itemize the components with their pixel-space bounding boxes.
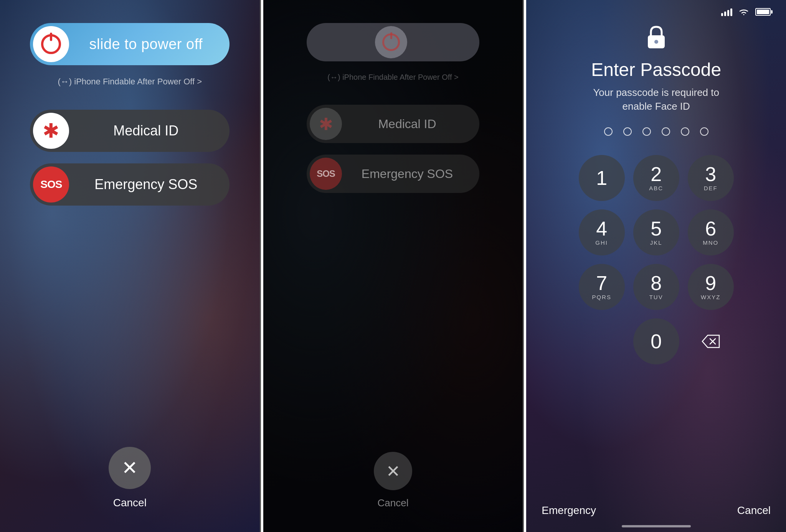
battery-fill xyxy=(757,10,769,14)
power-off-slider[interactable]: slide to power off xyxy=(30,23,230,65)
key-5[interactable]: 5 JKL xyxy=(633,209,679,255)
power-off-slider-dim[interactable] xyxy=(307,23,479,61)
medical-id-button[interactable]: ✱ Medical ID xyxy=(30,110,230,152)
signal-bar-4 xyxy=(730,8,732,16)
delete-icon xyxy=(701,334,721,349)
medical-id-icon-dim: ✱ xyxy=(310,108,342,140)
separator-2 xyxy=(524,0,526,532)
cancel-button-passcode[interactable]: Cancel xyxy=(737,504,771,517)
passcode-dots xyxy=(604,127,708,136)
power-thumb xyxy=(33,26,69,62)
cancel-button[interactable]: ✕ xyxy=(109,447,151,489)
asterisk-icon-dim: ✱ xyxy=(319,114,333,134)
panel-power-off-dark: (↔) iPhone Findable After Power Off > ✱ … xyxy=(263,0,524,532)
key-7[interactable]: 7 PQRS xyxy=(579,264,625,310)
battery-icon xyxy=(755,8,771,16)
panel-power-off-bright: slide to power off (↔) iPhone Findable A… xyxy=(0,0,261,532)
status-bar xyxy=(526,0,786,16)
cancel-area: ✕ Cancel xyxy=(109,447,151,509)
action-buttons: ✱ Medical ID SOS Emergency SOS xyxy=(30,110,230,206)
emergency-sos-button[interactable]: SOS Emergency SOS xyxy=(30,163,230,206)
slide-to-power-off-text: slide to power off xyxy=(69,36,226,53)
power-thumb-dim xyxy=(375,26,407,58)
medical-id-button-dim[interactable]: ✱ Medical ID xyxy=(307,105,479,143)
keypad: 1 2 ABC 3 DEF 4 GHI 5 JKL 6 MNO xyxy=(579,155,734,364)
passcode-dot-2 xyxy=(623,127,632,136)
sos-icon-dim: SOS xyxy=(310,158,342,190)
key-3[interactable]: 3 DEF xyxy=(688,155,734,201)
emergency-sos-label: Emergency SOS xyxy=(69,176,226,193)
signal-bar-1 xyxy=(721,13,723,16)
enter-passcode-title: Enter Passcode xyxy=(591,59,721,80)
separator-1 xyxy=(261,0,263,532)
key-0[interactable]: 0 xyxy=(633,318,679,364)
sos-icon: SOS xyxy=(33,166,69,203)
passcode-dot-5 xyxy=(681,127,689,136)
passcode-bottom-bar: Emergency Cancel xyxy=(526,504,786,517)
lock-icon-container xyxy=(645,24,668,53)
wifi-icon xyxy=(738,8,749,16)
passcode-dot-1 xyxy=(604,127,613,136)
signal-bars xyxy=(721,8,732,16)
emergency-button[interactable]: Emergency xyxy=(542,504,596,517)
key-4[interactable]: 4 GHI xyxy=(579,209,625,255)
emergency-sos-button-dim[interactable]: SOS Emergency SOS xyxy=(307,155,479,193)
key-delete[interactable] xyxy=(688,318,734,364)
medical-id-icon: ✱ xyxy=(33,113,69,149)
panel-passcode: Enter Passcode Your passcode is required… xyxy=(526,0,786,532)
svg-point-1 xyxy=(654,40,658,44)
passcode-dot-4 xyxy=(662,127,670,136)
passcode-subtitle: Your passcode is required to enable Face… xyxy=(591,86,722,114)
passcode-dot-6 xyxy=(700,127,708,136)
findable-text-dim: (↔) iPhone Findable After Power Off > xyxy=(327,73,458,82)
sos-text: SOS xyxy=(40,178,62,191)
key-empty-left xyxy=(579,318,625,364)
passcode-dot-3 xyxy=(642,127,651,136)
home-indicator xyxy=(622,525,691,527)
key-6[interactable]: 6 MNO xyxy=(688,209,734,255)
asterisk-icon: ✱ xyxy=(43,119,59,142)
lock-icon xyxy=(645,24,668,51)
signal-bar-3 xyxy=(727,10,729,16)
power-icon-dim xyxy=(382,33,400,51)
cancel-button-dim[interactable]: ✕ xyxy=(374,452,412,490)
key-9[interactable]: 9 WXYZ xyxy=(688,264,734,310)
signal-bar-2 xyxy=(724,12,726,16)
key-8[interactable]: 8 TUV xyxy=(633,264,679,310)
cancel-area-dim: ✕ Cancel xyxy=(374,421,412,509)
key-1[interactable]: 1 xyxy=(579,155,625,201)
key-2[interactable]: 2 ABC xyxy=(633,155,679,201)
findable-after-power-off: (↔) iPhone Findable After Power Off > xyxy=(58,77,202,87)
sos-text-dim: SOS xyxy=(317,168,335,179)
power-icon xyxy=(41,34,61,54)
medical-id-label: Medical ID xyxy=(69,123,226,139)
cancel-label: Cancel xyxy=(113,497,147,509)
emergency-sos-label-dim: Emergency SOS xyxy=(342,167,476,181)
cancel-label-dim: Cancel xyxy=(378,497,409,509)
medical-id-label-dim: Medical ID xyxy=(342,117,476,131)
